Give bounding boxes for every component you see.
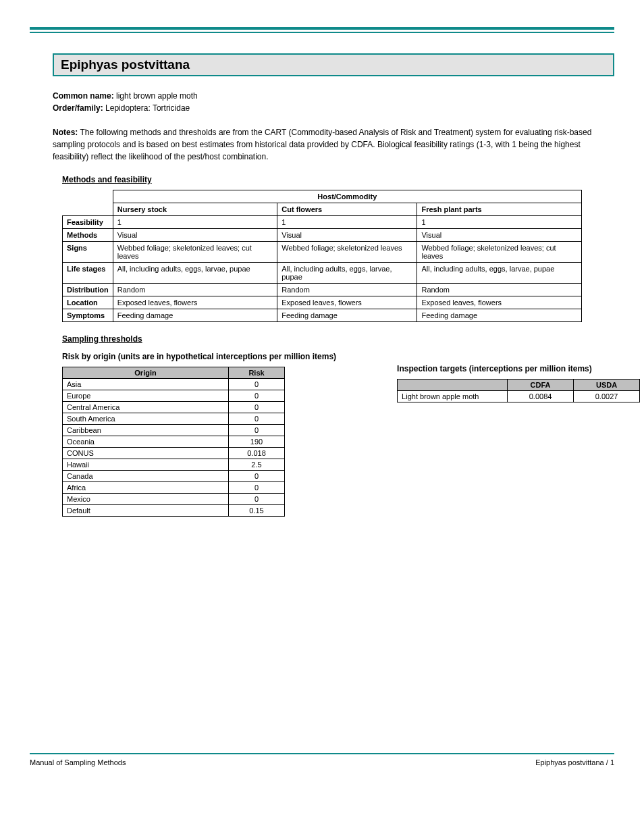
table-row: Hawaii2.5: [63, 459, 285, 471]
table-row: DistributionRandomRandomRandom: [63, 284, 582, 296]
col2-title: Inspection targets (interceptions per mi…: [397, 364, 640, 373]
table-row: Central America0: [63, 402, 285, 413]
table-row: South America0: [63, 413, 285, 425]
methods-table: Host/Commodity Nursery stock Cut flowers…: [62, 190, 582, 322]
table-row: LocationExposed leaves, flowersExposed l…: [63, 296, 582, 309]
footer-right: Epiphyas postvittana / 1: [535, 758, 614, 766]
table-row: Default0.15: [63, 505, 285, 517]
top-rule: [30, 27, 614, 33]
table-row: Canada0: [63, 471, 285, 482]
table-row: Europe0: [63, 390, 285, 402]
table-row: Asia0: [63, 379, 285, 390]
intro-text: Common name: light brown apple moth Orde…: [53, 90, 614, 163]
common-name: light brown apple moth: [116, 91, 198, 101]
table-row: CONUS0.018: [63, 448, 285, 459]
notes-text: The following methods and thresholds are…: [53, 128, 591, 161]
table-top-header: Host/Commodity: [113, 190, 581, 203]
inspection-targets-table: CDFA USDA Light brown apple moth 0.0084 …: [397, 379, 640, 402]
risk-origin-table: OriginRisk Asia0 Europe0 Central America…: [62, 367, 285, 517]
section-thresholds: Sampling thresholds: [62, 334, 614, 344]
th-usda: USDA: [574, 380, 640, 391]
col1-title: Risk by origin (units are in hypothetica…: [62, 352, 336, 361]
order: Lepidoptera: [105, 103, 148, 113]
col-header: Cut flowers: [277, 203, 417, 216]
bottom-rule: [30, 753, 614, 754]
footer-left: Manual of Sampling Methods: [30, 758, 126, 766]
table-row: SignsWebbed foliage; skeletonized leaves…: [63, 242, 582, 263]
page-title: Epiphyas postvittana: [53, 53, 614, 76]
table-row: Mexico0: [63, 494, 285, 505]
table-row: Africa0: [63, 482, 285, 494]
family: Tortricidae: [153, 103, 190, 113]
section-methods: Methods and feasibility: [62, 175, 614, 184]
col-header: Fresh plant parts: [417, 203, 582, 216]
table-row: SymptomsFeeding damageFeeding damageFeed…: [63, 309, 582, 322]
table-row: Oceania190: [63, 436, 285, 448]
th-blank: [398, 380, 508, 391]
th-risk: Risk: [229, 367, 285, 379]
th-cdfa: CDFA: [508, 380, 574, 391]
col-header: Nursery stock: [113, 203, 277, 216]
table-row: Feasibility111: [63, 216, 582, 229]
table-row: MethodsVisualVisualVisual: [63, 229, 582, 242]
table-row: Caribbean0: [63, 425, 285, 436]
th-origin: Origin: [63, 367, 229, 379]
table-row: Light brown apple moth 0.0084 0.0027: [398, 391, 640, 402]
table-row: Life stagesAll, including adults, eggs, …: [63, 263, 582, 284]
